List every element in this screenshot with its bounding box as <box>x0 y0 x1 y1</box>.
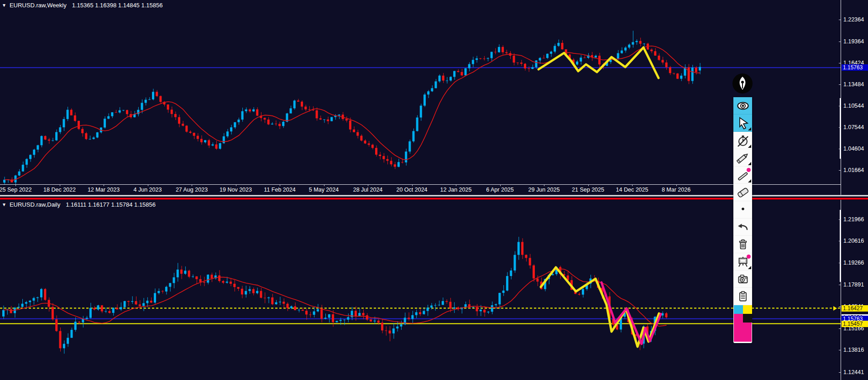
candle-body <box>411 315 413 319</box>
time-scale-label[interactable]: 6 Apr 2025 <box>486 187 513 193</box>
candle-body <box>392 328 395 333</box>
candle-body <box>654 51 656 56</box>
candle-body <box>543 58 545 58</box>
tool-easel-button[interactable] <box>733 253 752 271</box>
weekly-price-scale-label[interactable]: 1.13484 <box>843 81 864 88</box>
palette-swatch[interactable] <box>743 305 752 314</box>
candle-body <box>97 305 99 309</box>
candle-body <box>264 118 266 120</box>
candle-body <box>366 315 368 319</box>
price-scale-tick <box>839 219 841 220</box>
candle-body <box>628 45 630 48</box>
tool-eraser-button[interactable] <box>733 184 752 201</box>
tool-camera-button[interactable] <box>733 271 752 288</box>
tool-cursor-button[interactable] <box>733 115 752 132</box>
candle-body <box>502 291 505 293</box>
candle-body <box>460 72 463 75</box>
weekly-price-scale-label[interactable]: 1.04604 <box>843 146 864 152</box>
time-scale-label[interactable]: 8 Mar 2026 <box>662 187 690 193</box>
undo-icon <box>736 220 750 234</box>
daily-price-scale-label[interactable]: 1.21966 <box>843 216 864 223</box>
candle-body <box>539 58 541 60</box>
candle-body <box>487 312 489 312</box>
candle-body <box>126 110 128 114</box>
candle-body <box>565 49 567 54</box>
candle-body <box>578 294 580 294</box>
candle-body <box>524 64 526 68</box>
terminal-stage: ▼EURUSD.raw,Weekly1.15365 1.16398 1.1484… <box>0 0 868 380</box>
candle-body <box>514 255 516 271</box>
time-scale-label[interactable]: 12 Mar 2023 <box>88 187 120 193</box>
daily-price-scale-label[interactable]: 1.20616 <box>843 238 864 244</box>
daily-price-scale-label[interactable]: 1.13816 <box>843 347 864 353</box>
weekly-symbol-label: EURUSD.raw,Weekly <box>10 2 67 9</box>
daily-price-scale-label[interactable]: 1.19266 <box>843 260 864 266</box>
candle-body <box>22 165 24 172</box>
weekly-price-scale-label[interactable]: 1.01664 <box>843 167 864 173</box>
palette-swatch[interactable] <box>734 314 743 323</box>
candle-body <box>70 110 73 115</box>
candle-body <box>271 124 273 125</box>
time-scale-label[interactable]: 21 Sep 2025 <box>572 187 604 193</box>
time-scale-label[interactable]: 11 Feb 2024 <box>264 187 295 193</box>
time-scale-tick <box>500 184 501 186</box>
time-scale-label[interactable]: 29 Jun 2025 <box>528 187 560 193</box>
candle-body <box>347 317 349 319</box>
candle-body <box>267 297 270 298</box>
time-scale-label[interactable]: 4 Jun 2023 <box>134 187 162 193</box>
daily-price-chart[interactable] <box>0 200 841 380</box>
pen-app-logo[interactable] <box>732 73 753 94</box>
weekly-price-chart[interactable] <box>0 0 841 184</box>
time-scale-label[interactable]: 19 Nov 2023 <box>220 187 252 193</box>
candle-body <box>665 313 668 318</box>
time-scale-label[interactable]: 5 May 2024 <box>309 187 339 193</box>
time-scale-tick <box>544 184 544 186</box>
candle-body <box>107 116 110 119</box>
candle-body <box>595 56 597 57</box>
candle-body <box>654 317 656 331</box>
tool-trash-button[interactable] <box>733 236 752 253</box>
tool-eye-button[interactable] <box>733 97 752 115</box>
candle-body <box>317 309 319 312</box>
candle-body <box>316 110 318 118</box>
daily-chart-title: ▼EURUSD.raw,Daily1.16111 1.16177 1.15784… <box>2 201 156 208</box>
weekly-price-scale-label[interactable]: 1.22364 <box>843 16 864 23</box>
time-scale-label[interactable]: 20 Oct 2024 <box>396 187 427 193</box>
tool-undo-button[interactable] <box>733 219 752 236</box>
candle-body <box>582 289 584 295</box>
time-scale-label[interactable]: 18 Dec 2022 <box>43 187 76 193</box>
weekly-price-scale-label[interactable]: 1.10544 <box>843 103 864 109</box>
palette-swatch[interactable] <box>734 305 743 314</box>
tool-clipboard-button[interactable] <box>733 288 752 305</box>
time-scale-label[interactable]: 28 Jul 2024 <box>353 187 383 193</box>
candle-body <box>546 54 549 58</box>
candle-body <box>662 60 664 62</box>
current-color-swatch[interactable] <box>734 323 752 342</box>
daily-symbol-label: EURUSD.raw,Daily <box>10 201 60 208</box>
color-badge-icon <box>747 168 751 172</box>
daily-price-scale-label[interactable]: 1.17891 <box>843 281 864 288</box>
weekly-price-scale-label[interactable]: 1.19364 <box>843 38 864 45</box>
weekly-price-scale-label[interactable]: 1.07544 <box>843 124 864 130</box>
time-scale-label[interactable]: 27 Aug 2023 <box>176 187 208 193</box>
candle-body <box>623 313 626 317</box>
candle-body <box>264 298 266 298</box>
tool-line-button[interactable] <box>733 167 752 184</box>
candle-body <box>419 312 421 314</box>
tool-pencil-button[interactable] <box>733 149 752 167</box>
time-scale-label[interactable]: 14 Dec 2025 <box>616 187 648 193</box>
price-scale-tick <box>839 127 841 128</box>
daily-price-scale-label[interactable]: 1.12441 <box>843 369 864 375</box>
tool-dot-button[interactable] <box>733 201 752 219</box>
candle-body <box>550 52 552 54</box>
candle-body <box>44 289 46 300</box>
tool-stopwatch-off-button[interactable] <box>733 132 752 149</box>
time-scale-tick <box>16 184 16 186</box>
palette-swatch[interactable] <box>743 314 752 323</box>
candle-body <box>559 267 561 274</box>
candle-body <box>491 305 493 312</box>
time-scale-label[interactable]: 25 Sep 2022 <box>0 187 31 193</box>
candle-body <box>420 106 422 118</box>
time-scale-label[interactable]: 12 Jan 2025 <box>440 187 472 193</box>
candle-body <box>491 52 493 58</box>
